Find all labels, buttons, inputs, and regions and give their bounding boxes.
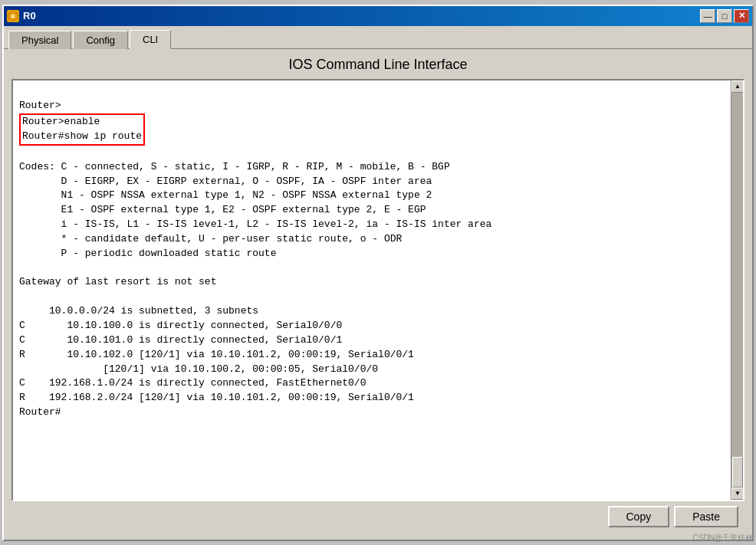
highlighted-commands: Router>enable Router#show ip route	[19, 113, 145, 146]
line-codes: Codes: C - connected, S - static, I - IG…	[19, 161, 491, 418]
terminal-container: Router> Router>enable Router#show ip rou…	[12, 79, 744, 501]
svg-text:R: R	[11, 14, 15, 19]
close-button[interactable]: ✕	[734, 9, 749, 23]
line-router-prompt: Router>	[19, 100, 61, 111]
scrollbar-thumb[interactable]	[732, 457, 743, 488]
tab-bar: Physical Config CLI	[4, 26, 752, 49]
main-window: R R0 — □ ✕ Physical Config CLI IOS Comma…	[2, 5, 754, 541]
tab-cli[interactable]: CLI	[130, 30, 171, 49]
scrollbar-track	[731, 93, 743, 488]
window-controls: — □ ✕	[700, 9, 749, 23]
copy-button[interactable]: Copy	[608, 506, 670, 527]
vertical-scrollbar[interactable]: ▲ ▼	[731, 80, 743, 500]
terminal-output[interactable]: Router> Router>enable Router#show ip rou…	[13, 80, 731, 500]
scroll-up-button[interactable]: ▲	[731, 80, 744, 93]
tab-config[interactable]: Config	[73, 31, 128, 49]
tab-physical[interactable]: Physical	[8, 31, 71, 49]
window-title: R0	[23, 10, 36, 21]
paste-button[interactable]: Paste	[674, 506, 738, 527]
title-bar: R R0 — □ ✕	[4, 6, 752, 26]
maximize-button[interactable]: □	[717, 9, 732, 23]
title-bar-left: R R0	[7, 10, 36, 22]
watermark: CSDN@千里桂林	[693, 533, 754, 543]
bottom-bar: Copy Paste	[12, 501, 744, 532]
app-icon: R	[7, 10, 19, 22]
main-area: IOS Command Line Interface Router> Route…	[4, 49, 752, 540]
section-title: IOS Command Line Interface	[12, 57, 744, 73]
minimize-button[interactable]: —	[700, 9, 715, 23]
scroll-down-button[interactable]: ▼	[731, 488, 744, 500]
